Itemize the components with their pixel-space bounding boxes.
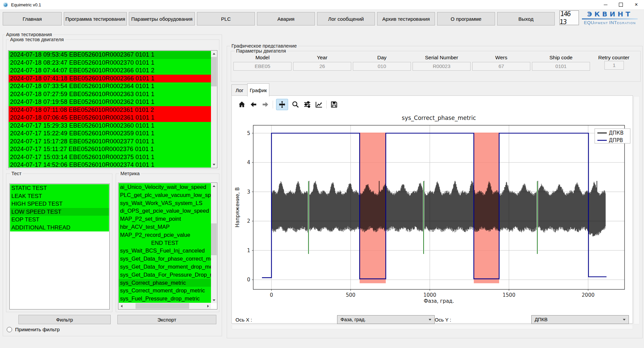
metric-item[interactable]: di_OPS_get_pcie_value_low_speed: [119, 207, 211, 215]
axis-y-combobox[interactable]: ДПКВ: [531, 315, 629, 324]
nav-main-button[interactable]: Главная: [3, 12, 62, 25]
panel-vscrollbar[interactable]: [634, 96, 640, 324]
archive-row[interactable]: 2024-07-18 07:19:58 EBE0526010R0002362 0…: [9, 98, 211, 106]
metric-item[interactable]: MAP_P2_set_time_point: [119, 215, 211, 223]
test-item[interactable]: LOW SPEED TEST: [10, 208, 109, 216]
scroll-left-icon[interactable]: [119, 303, 124, 309]
param-retry-field[interactable]: 1: [604, 61, 624, 70]
metric-item[interactable]: sys_Correct_moment_drop_metric: [119, 287, 211, 295]
archive-row[interactable]: 2024-07-18 08:23:47 EBE0526010R0002370 0…: [9, 59, 211, 67]
archive-row[interactable]: 2024-07-18 07:33:54 EBE0526010R0002364 0…: [9, 82, 211, 90]
svg-text:3: 3: [247, 189, 250, 195]
tab-graph[interactable]: График: [247, 83, 269, 96]
panel-hscrollbar[interactable]: [232, 325, 633, 329]
brand-tagline: EQUIPMENT INTEGRATION: [581, 20, 638, 25]
maximize-button[interactable]: [613, 0, 629, 9]
chevron-down-icon: [429, 319, 431, 321]
svg-text:sys_Correct_phase_metric: sys_Correct_phase_metric: [402, 115, 476, 122]
archive-row[interactable]: 2024-07-17 15:29:33 EBE0526010R0002360 0…: [9, 122, 211, 130]
param-shipcode-label: Ship code: [532, 55, 590, 61]
tab-log[interactable]: Лог: [231, 84, 248, 96]
metric-item[interactable]: sys_Get_Data_For_Pressure_Drop_metric: [119, 271, 211, 279]
test-item[interactable]: EOP TEST: [10, 216, 109, 224]
save-icon[interactable]: [330, 100, 338, 109]
param-shipcode-field[interactable]: 0101: [532, 62, 590, 71]
apply-filter-radio[interactable]: [7, 327, 12, 332]
brand-name: ЭКВИНТ: [581, 10, 638, 18]
metric-item[interactable]: sys_Wait_BCS_Fuel_Inj_canceled: [119, 247, 211, 255]
minimize-button[interactable]: [598, 0, 613, 9]
nav-plc-button[interactable]: PLC: [197, 12, 255, 25]
engine-archive-title: Архив тестов двигателя: [9, 37, 65, 42]
archive-row[interactable]: 2024-07-17 15:03:14 EBE0526010R0002375 0…: [9, 153, 211, 161]
metric-item[interactable]: sys_Wait_Work_VAS_system_LS: [119, 199, 211, 207]
nav-equipment-params-button[interactable]: Параметры оборудования: [129, 12, 195, 25]
zoom-icon[interactable]: [291, 100, 300, 109]
back-icon[interactable]: [249, 100, 258, 109]
metric-item[interactable]: PLC_get_plc_value_vacuum_low_speed: [119, 191, 211, 199]
nav-message-log-button[interactable]: Лог сообщений: [317, 12, 375, 25]
archive-row[interactable]: 2024-07-18 07:11:08 EBE0526010R0002361 0…: [9, 106, 211, 114]
archive-row[interactable]: 2024-07-17 15:17:28 EBE0526010R0002377 0…: [9, 138, 211, 146]
archive-scroll-thumb[interactable]: [211, 57, 217, 86]
archive-row[interactable]: 2024-07-17 14:52:06 EBE0526010R0002374 0…: [9, 161, 211, 167]
scroll-right-icon[interactable]: [205, 303, 211, 309]
scroll-up-icon[interactable]: [211, 51, 217, 57]
nav-test-archive-button[interactable]: Архив тестирования: [377, 12, 435, 25]
metric-item[interactable]: hbr_ACV_test_MAP: [119, 223, 211, 231]
metric-vscrollbar[interactable]: [211, 183, 217, 303]
nav-alarm-button[interactable]: Авария: [257, 12, 315, 25]
nav-exit-button[interactable]: Выход: [497, 12, 555, 25]
param-wers-field[interactable]: 67: [472, 62, 530, 71]
metric-item[interactable]: MAP_P2_record_pcie_value: [119, 231, 211, 239]
engine-params-title: Параметры двигателя: [235, 48, 287, 54]
metric-vscroll-thumb[interactable]: [211, 223, 217, 255]
nav-test-program-button[interactable]: Программа тестирования: [64, 12, 127, 25]
export-button[interactable]: Экспорт: [117, 315, 216, 324]
scroll-up-icon[interactable]: [211, 183, 217, 189]
pan-icon[interactable]: [276, 99, 288, 110]
archive-scrollbar[interactable]: [211, 51, 217, 167]
home-icon[interactable]: [237, 100, 246, 109]
axes-config-icon[interactable]: [315, 100, 323, 109]
filter-button[interactable]: Фильтр: [18, 315, 111, 324]
param-serial-field[interactable]: R00023: [413, 62, 471, 71]
param-day-field[interactable]: 010: [353, 62, 411, 71]
subplots-icon[interactable]: [303, 100, 312, 109]
svg-text:500: 500: [346, 292, 356, 298]
metric-item[interactable]: sys_Get_Data_for_phase_correct_metric: [119, 255, 211, 263]
svg-text:Напряжение, В: Напряжение, В: [234, 187, 240, 227]
close-icon: ×: [635, 2, 638, 7]
metric-item[interactable]: sys_Correct_phase_metric: [119, 279, 211, 287]
archive-row[interactable]: 2024-07-18 07:44:07 EBE0526010R0002366 0…: [9, 67, 211, 75]
test-group-title: Тест: [10, 171, 23, 176]
archive-row[interactable]: 2024-07-18 07:27:59 EBE0526010R0002363 0…: [9, 90, 211, 98]
axis-x-combobox[interactable]: Фаза, град.: [337, 315, 435, 324]
metric-item[interactable]: sys_Get_Data_for_moment_drop_metric: [119, 263, 211, 271]
close-button[interactable]: ×: [629, 0, 644, 9]
param-model-field[interactable]: EBE05: [233, 62, 291, 71]
metric-item[interactable]: ai_Unico_Velocity_wait_low_speed: [119, 183, 211, 191]
scroll-down-icon[interactable]: [211, 162, 217, 167]
chart-canvas[interactable]: 0500100015002000012345sys_Correct_phase_…: [234, 113, 633, 311]
metric-item[interactable]: END TEST: [119, 239, 211, 247]
metric-hscroll-thumb[interactable]: [136, 303, 189, 309]
brand-underline: [582, 18, 638, 19]
test-item[interactable]: STATIC TEST: [10, 184, 109, 192]
test-item[interactable]: ADDITIONAL THREAD: [10, 224, 109, 232]
metric-rows: ai_Unico_Velocity_wait_low_speedPLC_get_…: [119, 183, 211, 303]
test-item[interactable]: HIGH SPEED TEST: [10, 200, 109, 208]
archive-row[interactable]: 2024-07-17 15:22:49 EBE0526010R0002359 0…: [9, 130, 211, 138]
scroll-down-icon[interactable]: [211, 297, 217, 303]
test-item[interactable]: LEAK TEST: [10, 192, 109, 200]
nav-about-button[interactable]: О программе: [437, 12, 495, 25]
metric-item[interactable]: sys_Fuel_Pressure_drop_metric: [119, 295, 211, 303]
forward-icon[interactable]: [261, 100, 270, 109]
test-list: STATIC TESTLEAK TESTHIGH SPEED TESTLOW S…: [9, 184, 110, 309]
archive-row[interactable]: 2024-07-18 09:53:45 EBE0526010R0002367 0…: [9, 51, 211, 59]
metric-hscrollbar[interactable]: [119, 303, 211, 309]
archive-row[interactable]: 2024-07-17 15:11:27 EBE0526010R0002376 0…: [9, 145, 211, 153]
archive-row[interactable]: 2024-07-18 07:41:18 EBE0526010R0002366 0…: [9, 75, 211, 83]
archive-row[interactable]: 2024-07-18 07:06:45 EBE0526010R0002361 0…: [9, 114, 211, 122]
param-year-field[interactable]: 26: [293, 62, 351, 71]
